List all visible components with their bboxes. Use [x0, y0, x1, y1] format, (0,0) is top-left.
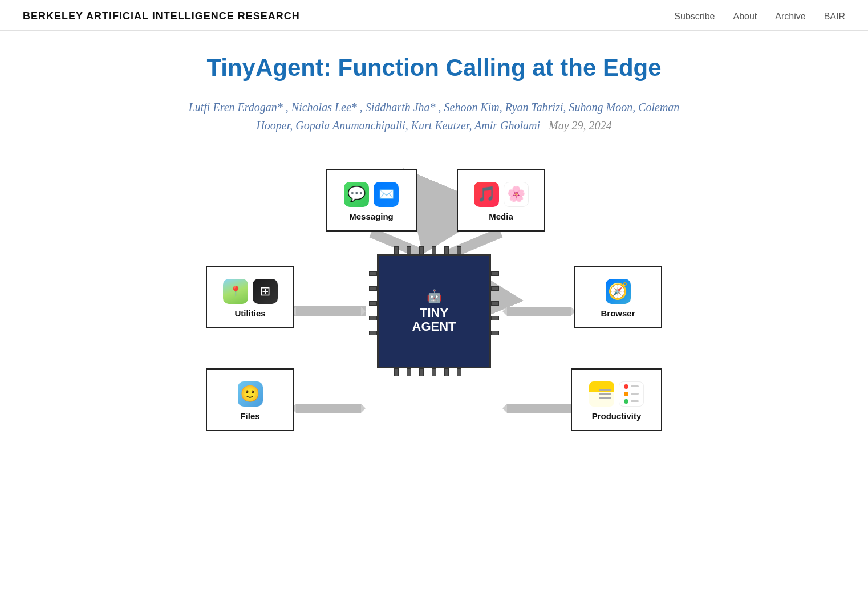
nav-archive[interactable]: Archive: [775, 11, 805, 22]
chip-pin: [491, 286, 499, 291]
article-authors: Lutfi Eren Erdogan* , Nicholas Lee* , Si…: [172, 98, 696, 135]
svg-marker-8: [360, 307, 366, 315]
site-header: BERKELEY ARTIFICIAL INTELLIGENCE RESEARC…: [0, 0, 868, 31]
chip-pin: [407, 368, 411, 376]
chip-pin: [432, 368, 436, 376]
chip-pin: [369, 286, 377, 291]
chip-pin: [419, 246, 424, 254]
article-date: May 29, 2024: [549, 119, 612, 132]
browser-box: 🧭 Browser: [574, 266, 662, 328]
chip-pin: [444, 368, 449, 376]
media-icons: 🎵 🌸: [474, 182, 529, 207]
chip-pin: [394, 246, 399, 254]
nav-about[interactable]: About: [733, 11, 757, 22]
messages-icon: 💬: [344, 182, 369, 207]
productivity-label: Productivity: [592, 411, 642, 421]
messaging-box: 💬 ✉️ Messaging: [326, 169, 417, 232]
notes-icon: [589, 381, 614, 407]
productivity-box: Productivity: [571, 368, 662, 431]
chip-pin: [369, 301, 377, 306]
photos-icon: 🌸: [504, 182, 529, 207]
chip-pin: [407, 246, 411, 254]
messaging-label: Messaging: [349, 212, 394, 221]
chip-pin: [491, 331, 499, 335]
chip-pins-bottom: [394, 368, 461, 376]
chip-body: 🤖 TINYAGENT: [377, 254, 491, 368]
media-box: 🎵 🌸 Media: [457, 169, 545, 232]
chip-pin: [491, 316, 499, 320]
chip-label: TINYAGENT: [412, 306, 456, 334]
utilities-label: Utilities: [234, 308, 265, 318]
mail-icon: ✉️: [374, 182, 399, 207]
article-title: TinyAgent: Function Calling at the Edge: [172, 54, 696, 82]
browser-label: Browser: [601, 308, 635, 318]
chip-pin: [457, 368, 461, 376]
chip-pin: [369, 331, 377, 335]
chip-pins-right: [491, 271, 499, 335]
chip-pin: [491, 271, 499, 276]
nav-subscribe[interactable]: Subscribe: [674, 11, 715, 22]
svg-marker-17: [361, 404, 366, 413]
main-nav: Subscribe About Archive BAIR: [674, 11, 845, 22]
productivity-icons: [589, 381, 644, 407]
media-label: Media: [489, 212, 513, 221]
svg-marker-13: [502, 307, 507, 316]
svg-marker-19: [502, 404, 507, 413]
chip-pin: [419, 368, 424, 376]
chip-pin: [369, 271, 377, 276]
calculator-icon: ⊞: [253, 279, 278, 304]
maps-icon: [223, 279, 248, 304]
chip-pins-left: [369, 271, 377, 335]
browser-icons: 🧭: [606, 279, 631, 304]
chip-pins-top: [394, 246, 461, 254]
chip-pin: [444, 246, 449, 254]
diagram: 💬 ✉️ Messaging 🎵 🌸 Media: [200, 163, 668, 460]
reminders-icon: [619, 381, 644, 407]
svg-marker-11: [361, 307, 366, 316]
safari-icon: 🧭: [606, 279, 631, 304]
tinyagent-chip-wrapper: 🤖 TINYAGENT: [366, 243, 502, 380]
chip-pin: [432, 246, 436, 254]
chip-pin: [457, 246, 461, 254]
nav-bair[interactable]: BAIR: [824, 11, 845, 22]
files-icons: 🙂: [238, 381, 263, 407]
files-box: 🙂 Files: [206, 368, 294, 431]
utilities-box: ⊞ Utilities: [206, 266, 294, 328]
chip-icon: 🤖: [427, 289, 442, 304]
files-label: Files: [240, 411, 259, 421]
chip-pin: [369, 316, 377, 320]
chip-pin: [394, 368, 399, 376]
site-logo: BERKELEY ARTIFICIAL INTELLIGENCE RESEARC…: [23, 10, 300, 22]
messaging-icons: 💬 ✉️: [344, 182, 399, 207]
finder-icon: 🙂: [238, 381, 263, 407]
utilities-icons: ⊞: [223, 279, 278, 304]
main-content: TinyAgent: Function Calling at the Edge …: [160, 31, 708, 494]
music-icon: 🎵: [474, 182, 499, 207]
chip-pin: [491, 301, 499, 306]
